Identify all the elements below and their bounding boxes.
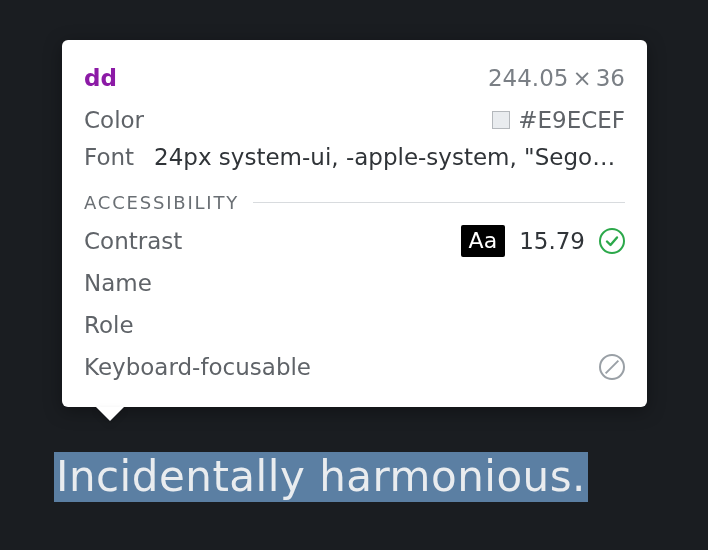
color-swatch-icon bbox=[492, 111, 510, 129]
inspected-element-text[interactable]: Incidentally harmonious. bbox=[54, 452, 588, 502]
tooltip-header: dd 244.05×36 bbox=[84, 58, 625, 98]
role-row: Role bbox=[84, 305, 625, 345]
font-row: Font 24px system-ui, -apple-system, "Seg… bbox=[84, 144, 625, 170]
contrast-value: Aa 15.79 bbox=[461, 225, 625, 258]
color-hex: #E9ECEF bbox=[518, 107, 625, 133]
contrast-sample-chip: Aa bbox=[461, 225, 506, 258]
accessibility-section-label: ACCESSIBILITY bbox=[84, 192, 239, 213]
element-tag-name: dd bbox=[84, 65, 117, 91]
divider-line bbox=[253, 202, 625, 203]
contrast-row: Contrast Aa 15.79 bbox=[84, 221, 625, 261]
element-dimensions: 244.05×36 bbox=[488, 65, 625, 91]
contrast-ratio: 15.79 bbox=[519, 228, 585, 254]
keyboard-focusable-label: Keyboard-focusable bbox=[84, 354, 311, 380]
dim-height: 36 bbox=[596, 65, 625, 91]
color-row: Color #E9ECEF bbox=[84, 100, 625, 140]
dim-width: 244.05 bbox=[488, 65, 568, 91]
color-label: Color bbox=[84, 107, 144, 133]
font-value: 24px system-ui, -apple-system, "Segoe… bbox=[154, 144, 625, 170]
element-inspector-tooltip: dd 244.05×36 Color #E9ECEF Font 24px sys… bbox=[62, 40, 647, 407]
name-label: Name bbox=[84, 270, 152, 296]
not-allowed-icon bbox=[599, 354, 625, 380]
keyboard-focusable-row: Keyboard-focusable bbox=[84, 347, 625, 387]
accessibility-section-header: ACCESSIBILITY bbox=[84, 192, 625, 213]
contrast-label: Contrast bbox=[84, 228, 182, 254]
name-row: Name bbox=[84, 263, 625, 303]
check-circle-icon bbox=[599, 228, 625, 254]
color-value: #E9ECEF bbox=[492, 107, 625, 133]
multiply-icon: × bbox=[568, 65, 595, 91]
font-label: Font bbox=[84, 144, 134, 170]
role-label: Role bbox=[84, 312, 134, 338]
